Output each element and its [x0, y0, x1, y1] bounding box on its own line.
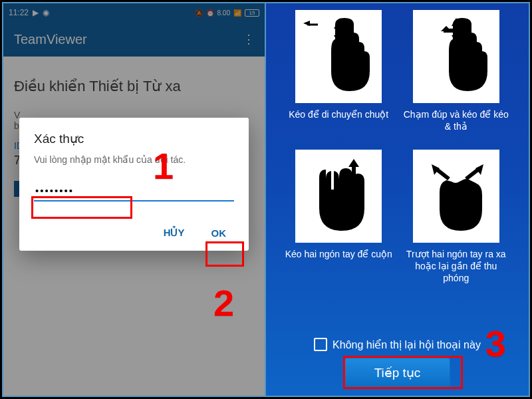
cancel-button[interactable]: HỦY [157, 221, 192, 244]
checkbox-icon[interactable] [314, 338, 327, 351]
svg-marker-0 [303, 21, 310, 26]
hand-one-finger-move-icon [302, 17, 375, 96]
gesture-drag-drop: Chạm đúp và kéo để kéo & thả [402, 10, 511, 143]
annotation-box-password [31, 196, 132, 219]
gesture-label: Chạm đúp và kéo để kéo & thả [402, 108, 511, 143]
dialog-title: Xác thực [34, 131, 234, 146]
auth-dialog: Xác thực Vui lòng nhập mật khẩu của đối … [19, 118, 249, 251]
gesture-label: Kéo hai ngón tay để cuộn [285, 248, 392, 283]
gesture-label: Kéo để di chuyển chuột [289, 108, 388, 143]
dont-show-again[interactable]: Không hiển thị lại hội thoại này [314, 338, 481, 351]
svg-line-17 [466, 170, 478, 179]
hand-pinch-zoom-icon [420, 156, 493, 236]
hand-two-finger-scroll-icon [302, 156, 375, 236]
annotation-box-continue [343, 356, 463, 389]
right-screenshot: Kéo để di chuyển chuột [266, 3, 529, 396]
ok-button[interactable]: OK [205, 221, 233, 244]
annotation-number-1: 1 [153, 144, 174, 188]
svg-line-16 [437, 170, 449, 179]
gesture-scroll: Kéo hai ngón tay để cuộn [285, 150, 393, 285]
hand-tap-drag-icon [420, 17, 493, 96]
gesture-zoom: Trượt hai ngón tay ra xa hoặc lại gần để… [402, 150, 511, 285]
gesture-move-mouse: Kéo để di chuyển chuột [285, 10, 393, 143]
dialog-message: Vui lòng nhập mật khẩu của đối tác. [34, 154, 234, 165]
left-screenshot: 11:22 ▶ ◉ 🔕 ⏰ 8.00 📶 15 TeamViewer ⋮ Điề… [3, 3, 266, 396]
dont-show-label: Không hiển thị lại hội thoại này [332, 338, 481, 351]
annotation-box-ok [205, 241, 244, 267]
annotation-number-3: 3 [485, 322, 506, 365]
annotation-number-2: 2 [213, 281, 234, 325]
svg-rect-13 [331, 171, 334, 190]
gesture-label: Trượt hai ngón tay ra xa hoặc lại gần để… [402, 248, 511, 285]
